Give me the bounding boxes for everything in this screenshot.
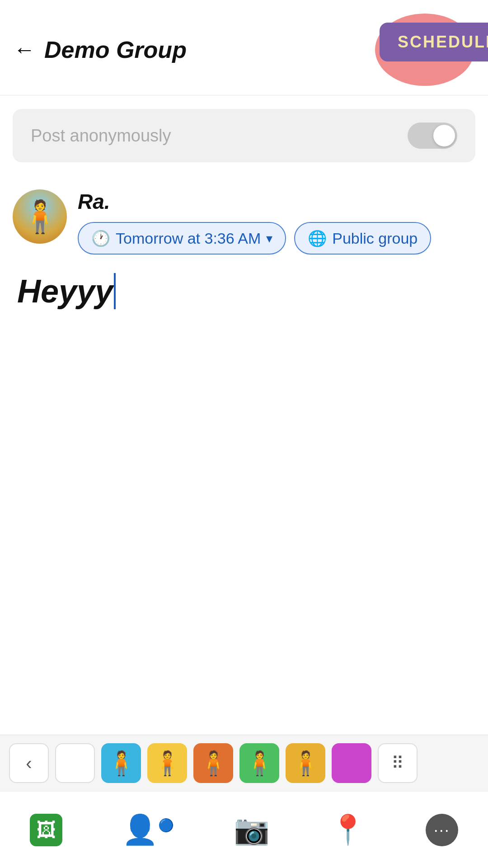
post-text-content[interactable]: Heyyy	[17, 273, 471, 310]
globe-icon: 🌐	[308, 229, 327, 247]
camera-icon: 📷	[234, 813, 270, 847]
gallery-icon: 🖼	[30, 814, 62, 846]
avatar-image: 🧍	[13, 189, 67, 244]
page-title: Demo Group	[44, 36, 187, 63]
composer-meta: Ra. 🕐 Tomorrow at 3:36 AM ▾ 🌐 Public gro…	[78, 189, 431, 255]
nav-camera[interactable]: 📷	[220, 807, 283, 853]
post-text-area: Heyyy	[13, 273, 475, 310]
audience-tag-label: Public group	[332, 230, 418, 247]
toggle-thumb	[433, 125, 455, 146]
sticker-more-button[interactable]: ⠿	[378, 743, 418, 783]
clock-icon: 🕐	[91, 229, 110, 247]
sticker-gold[interactable]: 🧍	[286, 743, 325, 783]
sticker-green[interactable]: 🧍	[239, 743, 279, 783]
nav-gallery[interactable]: 🖼	[16, 807, 76, 853]
content-spacer	[0, 323, 488, 594]
header-left: ← Demo Group	[14, 36, 187, 63]
sticker-tray: ‹ 🧍 🧍 🧍 🧍 🧍 ⠿	[0, 735, 488, 791]
location-icon: 📍	[330, 813, 366, 847]
schedule-dropdown-arrow: ▾	[266, 231, 272, 246]
post-text-value: Heyyy	[17, 273, 113, 310]
bottom-nav: 🖼 👤🔵 📷 📍 ···	[0, 791, 488, 868]
nav-people[interactable]: 👤🔵	[108, 807, 188, 853]
composer-header: 🧍 Ra. 🕐 Tomorrow at 3:36 AM ▾ 🌐 Public g…	[13, 189, 475, 255]
sticker-orange[interactable]: 🧍	[193, 743, 233, 783]
post-anonymously-label: Post anonymously	[31, 126, 171, 146]
nav-more[interactable]: ···	[412, 807, 472, 853]
schedule-button-wrapper: SCHEDULE	[375, 14, 474, 86]
sticker-blank[interactable]	[55, 743, 95, 783]
post-anonymously-toggle[interactable]	[408, 123, 457, 149]
sticker-purple[interactable]	[332, 743, 371, 783]
people-icon: 👤🔵	[122, 813, 174, 847]
schedule-tag-label: Tomorrow at 3:36 AM	[116, 230, 261, 247]
sticker-yellow[interactable]: 🧍	[147, 743, 187, 783]
sticker-blue[interactable]: 🧍	[101, 743, 141, 783]
sticker-back-button[interactable]: ‹	[9, 743, 49, 783]
composer-username: Ra.	[78, 189, 431, 214]
avatar[interactable]: 🧍	[13, 189, 67, 244]
composer-tags: 🕐 Tomorrow at 3:36 AM ▾ 🌐 Public group	[78, 222, 431, 255]
text-cursor	[114, 273, 116, 309]
nav-location[interactable]: 📍	[316, 807, 380, 853]
post-anonymously-bar: Post anonymously	[13, 109, 475, 162]
post-composer: 🧍 Ra. 🕐 Tomorrow at 3:36 AM ▾ 🌐 Public g…	[0, 176, 488, 323]
schedule-button[interactable]: SCHEDULE	[380, 23, 488, 61]
schedule-tag[interactable]: 🕐 Tomorrow at 3:36 AM ▾	[78, 222, 286, 255]
header: ← Demo Group SCHEDULE	[0, 0, 488, 95]
more-icon: ···	[426, 814, 458, 846]
audience-tag[interactable]: 🌐 Public group	[294, 222, 431, 255]
back-button[interactable]: ←	[14, 39, 35, 61]
